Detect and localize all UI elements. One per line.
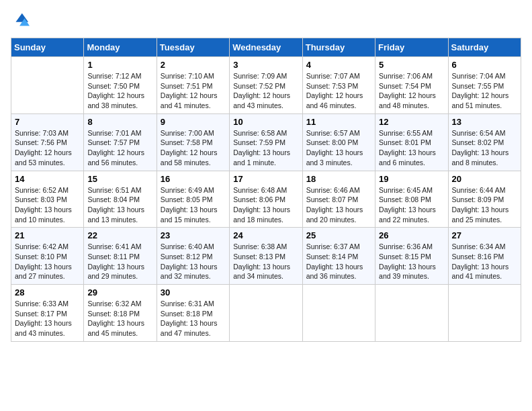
- calendar-cell: 8Sunrise: 7:01 AMSunset: 7:57 PMDaylight…: [84, 113, 157, 171]
- calendar-cell: [230, 285, 302, 342]
- week-row-1: 1Sunrise: 7:12 AMSunset: 7:50 PMDaylight…: [11, 57, 521, 114]
- day-number: 9: [161, 117, 226, 127]
- day-number: 2: [161, 60, 226, 70]
- calendar-cell: 11Sunrise: 6:57 AMSunset: 8:00 PMDayligh…: [302, 113, 375, 171]
- day-info: Sunrise: 7:07 AMSunset: 7:53 PMDaylight:…: [306, 71, 371, 111]
- day-number: 17: [233, 174, 298, 184]
- calendar-cell: 25Sunrise: 6:37 AMSunset: 8:14 PMDayligh…: [302, 228, 375, 285]
- day-number: 12: [379, 117, 444, 127]
- day-number: 29: [87, 287, 152, 298]
- day-info: Sunrise: 7:00 AMSunset: 7:58 PMDaylight:…: [161, 128, 226, 168]
- page-header: [11, 11, 521, 30]
- day-number: 30: [161, 287, 226, 298]
- day-number: 25: [306, 230, 371, 240]
- calendar-cell: 17Sunrise: 6:48 AMSunset: 8:06 PMDayligh…: [230, 171, 302, 228]
- day-number: 24: [233, 230, 298, 240]
- day-number: 26: [379, 230, 444, 240]
- day-info: Sunrise: 7:10 AMSunset: 7:51 PMDaylight:…: [161, 71, 226, 111]
- day-info: Sunrise: 7:01 AMSunset: 7:57 PMDaylight:…: [87, 128, 152, 168]
- day-number: 15: [87, 174, 152, 184]
- day-number: 7: [15, 117, 80, 127]
- day-info: Sunrise: 6:45 AMSunset: 8:08 PMDaylight:…: [379, 185, 444, 225]
- calendar-cell: 22Sunrise: 6:41 AMSunset: 8:11 PMDayligh…: [84, 228, 157, 285]
- weekday-header-friday: Friday: [375, 38, 448, 57]
- calendar-cell: [448, 285, 521, 342]
- day-number: 10: [233, 117, 298, 127]
- svg-marker-0: [15, 13, 28, 22]
- day-number: 4: [306, 60, 371, 70]
- calendar-cell: 27Sunrise: 6:34 AMSunset: 8:16 PMDayligh…: [448, 228, 521, 285]
- day-info: Sunrise: 7:04 AMSunset: 7:55 PMDaylight:…: [452, 71, 517, 111]
- calendar-cell: 23Sunrise: 6:40 AMSunset: 8:12 PMDayligh…: [157, 228, 229, 285]
- day-info: Sunrise: 6:57 AMSunset: 8:00 PMDaylight:…: [306, 128, 371, 168]
- calendar-cell: 28Sunrise: 6:33 AMSunset: 8:17 PMDayligh…: [11, 285, 84, 342]
- calendar-cell: 5Sunrise: 7:06 AMSunset: 7:54 PMDaylight…: [375, 57, 448, 114]
- day-number: 11: [306, 117, 371, 127]
- calendar-cell: 16Sunrise: 6:49 AMSunset: 8:05 PMDayligh…: [157, 171, 229, 228]
- day-info: Sunrise: 6:58 AMSunset: 7:59 PMDaylight:…: [233, 128, 298, 168]
- day-number: 21: [15, 230, 80, 240]
- day-info: Sunrise: 6:36 AMSunset: 8:15 PMDaylight:…: [379, 242, 444, 281]
- logo-icon: [11, 11, 30, 30]
- day-number: 23: [161, 230, 226, 240]
- calendar-cell: 10Sunrise: 6:58 AMSunset: 7:59 PMDayligh…: [230, 113, 302, 171]
- day-info: Sunrise: 6:51 AMSunset: 8:04 PMDaylight:…: [87, 185, 152, 225]
- day-info: Sunrise: 6:38 AMSunset: 8:13 PMDaylight:…: [233, 242, 298, 281]
- day-number: 13: [452, 117, 517, 127]
- calendar-cell: 26Sunrise: 6:36 AMSunset: 8:15 PMDayligh…: [375, 228, 448, 285]
- day-number: 20: [452, 174, 517, 184]
- day-info: Sunrise: 7:06 AMSunset: 7:54 PMDaylight:…: [379, 71, 444, 111]
- day-number: 5: [379, 60, 444, 70]
- weekday-header-monday: Monday: [84, 38, 157, 57]
- calendar-cell: 3Sunrise: 7:09 AMSunset: 7:52 PMDaylight…: [230, 57, 302, 114]
- day-number: 6: [452, 60, 517, 70]
- day-info: Sunrise: 6:32 AMSunset: 8:18 PMDaylight:…: [87, 299, 152, 338]
- day-info: Sunrise: 6:31 AMSunset: 8:18 PMDaylight:…: [161, 299, 226, 338]
- day-info: Sunrise: 6:46 AMSunset: 8:07 PMDaylight:…: [306, 185, 371, 225]
- calendar-cell: 20Sunrise: 6:44 AMSunset: 8:09 PMDayligh…: [448, 171, 521, 228]
- day-info: Sunrise: 6:41 AMSunset: 8:11 PMDaylight:…: [87, 242, 152, 281]
- week-row-5: 28Sunrise: 6:33 AMSunset: 8:17 PMDayligh…: [11, 285, 521, 342]
- calendar-cell: 2Sunrise: 7:10 AMSunset: 7:51 PMDaylight…: [157, 57, 229, 114]
- day-info: Sunrise: 6:48 AMSunset: 8:06 PMDaylight:…: [233, 185, 298, 225]
- weekday-header-sunday: Sunday: [11, 38, 84, 57]
- day-info: Sunrise: 6:49 AMSunset: 8:05 PMDaylight:…: [161, 185, 226, 225]
- calendar-cell: 24Sunrise: 6:38 AMSunset: 8:13 PMDayligh…: [230, 228, 302, 285]
- calendar-cell: 14Sunrise: 6:52 AMSunset: 8:03 PMDayligh…: [11, 171, 84, 228]
- day-number: 1: [87, 60, 152, 70]
- day-info: Sunrise: 7:03 AMSunset: 7:56 PMDaylight:…: [15, 128, 80, 168]
- calendar-table: SundayMondayTuesdayWednesdayThursdayFrid…: [11, 38, 521, 342]
- week-row-3: 14Sunrise: 6:52 AMSunset: 8:03 PMDayligh…: [11, 171, 521, 228]
- weekday-header-saturday: Saturday: [448, 38, 521, 57]
- calendar-cell: 13Sunrise: 6:54 AMSunset: 8:02 PMDayligh…: [448, 113, 521, 171]
- calendar-cell: 1Sunrise: 7:12 AMSunset: 7:50 PMDaylight…: [84, 57, 157, 114]
- day-info: Sunrise: 6:37 AMSunset: 8:14 PMDaylight:…: [306, 242, 371, 281]
- calendar-cell: 12Sunrise: 6:55 AMSunset: 8:01 PMDayligh…: [375, 113, 448, 171]
- day-number: 28: [15, 287, 80, 298]
- day-info: Sunrise: 6:33 AMSunset: 8:17 PMDaylight:…: [15, 299, 80, 338]
- calendar-cell: 19Sunrise: 6:45 AMSunset: 8:08 PMDayligh…: [375, 171, 448, 228]
- day-number: 27: [452, 230, 517, 240]
- calendar-cell: [375, 285, 448, 342]
- calendar-cell: 21Sunrise: 6:42 AMSunset: 8:10 PMDayligh…: [11, 228, 84, 285]
- day-number: 16: [161, 174, 226, 184]
- day-number: 3: [233, 60, 298, 70]
- day-info: Sunrise: 7:09 AMSunset: 7:52 PMDaylight:…: [233, 71, 298, 111]
- weekday-header-tuesday: Tuesday: [157, 38, 229, 57]
- day-info: Sunrise: 6:42 AMSunset: 8:10 PMDaylight:…: [15, 242, 80, 281]
- weekday-header-thursday: Thursday: [302, 38, 375, 57]
- calendar-cell: 15Sunrise: 6:51 AMSunset: 8:04 PMDayligh…: [84, 171, 157, 228]
- weekday-header-wednesday: Wednesday: [230, 38, 302, 57]
- calendar-cell: 30Sunrise: 6:31 AMSunset: 8:18 PMDayligh…: [157, 285, 229, 342]
- week-row-2: 7Sunrise: 7:03 AMSunset: 7:56 PMDaylight…: [11, 113, 521, 171]
- calendar-cell: 4Sunrise: 7:07 AMSunset: 7:53 PMDaylight…: [302, 57, 375, 114]
- day-info: Sunrise: 7:12 AMSunset: 7:50 PMDaylight:…: [87, 71, 152, 111]
- day-info: Sunrise: 6:40 AMSunset: 8:12 PMDaylight:…: [161, 242, 226, 281]
- day-info: Sunrise: 6:52 AMSunset: 8:03 PMDaylight:…: [15, 185, 80, 225]
- calendar-cell: 7Sunrise: 7:03 AMSunset: 7:56 PMDaylight…: [11, 113, 84, 171]
- day-number: 22: [87, 230, 152, 240]
- calendar-cell: 29Sunrise: 6:32 AMSunset: 8:18 PMDayligh…: [84, 285, 157, 342]
- day-number: 18: [306, 174, 371, 184]
- calendar-cell: [302, 285, 375, 342]
- day-number: 19: [379, 174, 444, 184]
